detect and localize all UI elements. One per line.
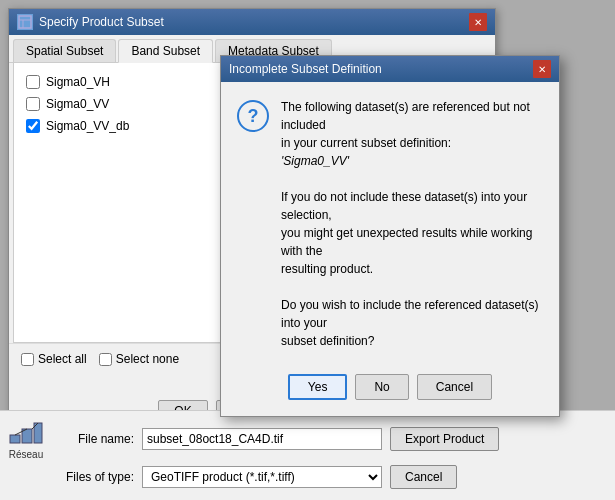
- reseau-icon: Réseau: [8, 417, 44, 460]
- file-name-input[interactable]: [142, 428, 382, 450]
- file-cancel-button[interactable]: Cancel: [390, 465, 457, 489]
- checkbox-sigma0-vv-input[interactable]: [26, 97, 40, 111]
- dialog-close-button[interactable]: ✕: [533, 60, 551, 78]
- select-none-item: Select none: [99, 352, 179, 366]
- dialog-text-line7: subset definition?: [281, 334, 374, 348]
- select-none-label: Select none: [116, 352, 179, 366]
- no-button[interactable]: No: [355, 374, 408, 400]
- export-product-button[interactable]: Export Product: [390, 427, 499, 451]
- checkbox-sigma0-vv-db-label: Sigma0_VV_db: [46, 119, 129, 133]
- files-of-type-select[interactable]: GeoTIFF product (*.tif,*.tiff): [142, 466, 382, 488]
- network-svg-icon: [8, 417, 44, 449]
- dialog-text-line3: If you do not include these dataset(s) i…: [281, 190, 527, 222]
- checkbox-sigma0-vh-label: Sigma0_VH: [46, 75, 110, 89]
- title-bar-left: Specify Product Subset: [17, 14, 164, 30]
- window-icon: [17, 14, 33, 30]
- file-name-row: Réseau File name: Export Product: [8, 417, 607, 460]
- files-of-type-label: Files of type:: [52, 470, 142, 484]
- files-of-type-row: Files of type: GeoTIFF product (*.tif,*.…: [8, 465, 607, 489]
- svg-rect-0: [19, 16, 31, 28]
- checkbox-sigma0-vv-label: Sigma0_VV: [46, 97, 109, 111]
- dialog-text: The following dataset(s) are referenced …: [281, 98, 543, 350]
- checkbox-sigma0-vh-input[interactable]: [26, 75, 40, 89]
- dialog-cancel-button[interactable]: Cancel: [417, 374, 492, 400]
- file-name-label: File name:: [52, 432, 142, 446]
- dialog-text-line4: you might get unexpected results while w…: [281, 226, 532, 258]
- select-none-checkbox[interactable]: [99, 353, 112, 366]
- select-all-checkbox[interactable]: [21, 353, 34, 366]
- tab-band-subset[interactable]: Band Subset: [118, 39, 213, 63]
- window-title: Specify Product Subset: [39, 15, 164, 29]
- select-all-item: Select all: [21, 352, 87, 366]
- reseau-label: Réseau: [9, 449, 43, 460]
- network-icon-area: Réseau: [8, 417, 44, 460]
- tab-spatial-subset[interactable]: Spatial Subset: [13, 39, 116, 62]
- dialog-text-line6: Do you wish to include the referenced da…: [281, 298, 538, 330]
- dialog-title: Incomplete Subset Definition: [229, 62, 382, 76]
- select-all-label: Select all: [38, 352, 87, 366]
- dialog-question-icon: ?: [237, 100, 269, 132]
- close-button[interactable]: ✕: [469, 13, 487, 31]
- dialog-text-line5: resulting product.: [281, 262, 373, 276]
- yes-button[interactable]: Yes: [288, 374, 348, 400]
- dialog-text-line1: The following dataset(s) are referenced …: [281, 100, 530, 132]
- svg-rect-3: [10, 435, 20, 443]
- dialog-buttons: Yes No Cancel: [221, 366, 559, 416]
- dialog-text-line2: in your current subset definition:: [281, 136, 451, 150]
- file-section: Réseau File name: Export Product Files o…: [0, 410, 615, 500]
- incomplete-subset-dialog: Incomplete Subset Definition ✕ ? The fol…: [220, 55, 560, 417]
- title-bar: Specify Product Subset ✕: [9, 9, 495, 35]
- dialog-title-bar: Incomplete Subset Definition ✕: [221, 56, 559, 82]
- dialog-text-highlight: 'Sigma0_VV': [281, 154, 349, 168]
- checkbox-sigma0-vv-db-input[interactable]: [26, 119, 40, 133]
- dialog-body: ? The following dataset(s) are reference…: [221, 82, 559, 366]
